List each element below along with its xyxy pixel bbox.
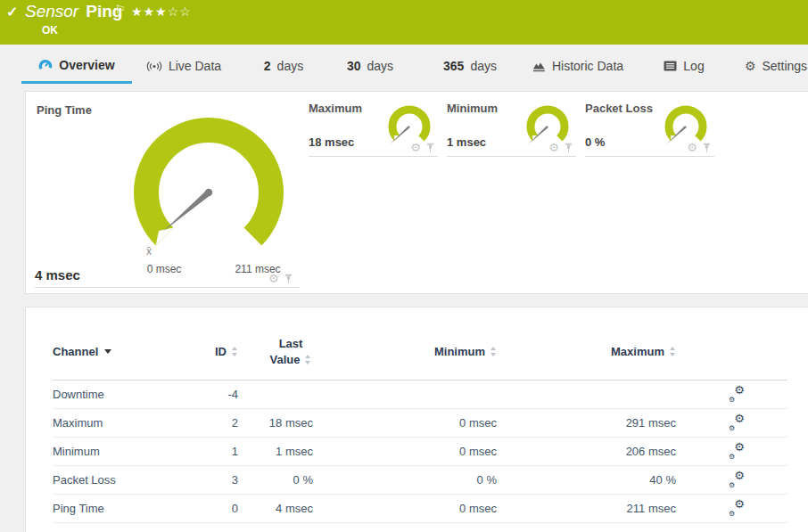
log-icon	[664, 61, 677, 71]
tab-log[interactable]: Log	[656, 48, 712, 84]
tab-2-days[interactable]: 2 days	[260, 48, 308, 84]
channel-row[interactable]: Ping Time 0 4 msec 0 msec 211 msec ⚙ ⚙	[53, 495, 787, 523]
column-header-id[interactable]: ID	[204, 331, 238, 381]
channel-maximum	[497, 381, 676, 409]
gear-icon: ⚙	[734, 412, 745, 425]
gear-icon: ⚙	[734, 469, 745, 482]
channel-name[interactable]: Maximum	[53, 409, 204, 438]
gear-icon: ⚙	[734, 383, 745, 397]
priority-stars[interactable]: ★★★☆☆	[131, 4, 192, 19]
channel-name[interactable]: Minimum	[53, 438, 204, 466]
area-chart-icon	[532, 61, 546, 72]
tab-historic-data[interactable]: Historic Data	[526, 48, 630, 84]
channel-row[interactable]: Maximum 2 18 msec 0 msec 291 msec ⚙ ⚙	[53, 409, 787, 438]
column-label: Last Value	[270, 337, 303, 366]
channel-minimum: 0 msec	[313, 438, 497, 466]
tab-overview[interactable]: Overview	[21, 48, 132, 84]
pin-icon[interactable]	[564, 143, 573, 153]
mini-gauge-tile[interactable]: Minimum 1 msec ⚙	[447, 101, 576, 157]
gear-icon: ⚙	[729, 396, 735, 404]
channel-name[interactable]: Packet Loss	[53, 466, 204, 495]
channel-settings-icon[interactable]: ⚙ ⚙	[729, 386, 745, 400]
tab-30-days[interactable]: 30 days	[342, 48, 398, 84]
channel-settings-icon[interactable]: ⚙ ⚙	[729, 443, 745, 457]
gear-icon: ⚙	[734, 440, 745, 454]
page-title: SensorPing	[25, 2, 122, 21]
channel-row[interactable]: Packet Loss 3 0 % 0 % 40 % ⚙ ⚙	[53, 466, 787, 495]
tab-label: days	[367, 59, 394, 73]
channel-minimum	[313, 381, 497, 409]
column-label: Channel	[53, 345, 98, 358]
tab-number: 365	[443, 59, 464, 73]
mini-gauge-title: Packet Loss	[585, 102, 653, 115]
tab-label: days	[470, 59, 497, 73]
column-header-last-value[interactable]: Last Value	[238, 331, 313, 381]
status-badge: OK	[42, 24, 58, 37]
tab-365-days[interactable]: 365 days	[439, 48, 501, 84]
column-header-minimum[interactable]: Minimum	[313, 331, 497, 381]
channel-table-panel: Channel ID Last Value Minimum Maximum Do…	[25, 307, 808, 532]
channel-settings-icon[interactable]: ⚙ ⚙	[729, 414, 745, 429]
gear-icon: ⚙	[729, 481, 735, 489]
sensor-header-bar: ✓ SensorPing ⚐ ★★★☆☆ OK	[0, 0, 808, 45]
gear-icon: ⚙	[729, 424, 735, 432]
mini-gauge-value: 18 msec	[309, 135, 354, 149]
pin-icon[interactable]	[425, 143, 435, 153]
channel-last-value: 18 msec	[238, 409, 313, 438]
mini-gauge-value: 0 %	[585, 135, 605, 149]
column-label: ID	[215, 345, 227, 358]
gauge-settings-icon[interactable]: ⚙	[410, 141, 421, 154]
sort-icon	[491, 347, 497, 356]
channel-name[interactable]: Downtime	[53, 381, 204, 409]
tab-label: Overview	[59, 58, 114, 72]
gauge-settings-icon[interactable]: ⚙	[548, 141, 559, 154]
channel-last-value: 0 %	[238, 466, 313, 495]
channel-id: -4	[204, 381, 238, 409]
gear-icon: ⚙	[729, 453, 735, 461]
flag-icon[interactable]: ⚐	[115, 3, 126, 16]
column-label: Maximum	[611, 345, 664, 358]
channel-settings-icon[interactable]: ⚙ ⚙	[729, 500, 745, 514]
channel-maximum: 40 %	[497, 466, 676, 495]
channel-name[interactable]: Ping Time	[53, 495, 204, 523]
tab-number: 2	[264, 59, 271, 73]
sensor-type-label: Sensor	[25, 2, 78, 20]
channel-last-value: 4 msec	[238, 495, 313, 523]
prtg-sensor-page: { "icons": { "check": "✓", "flag": "⚐", …	[0, 0, 808, 532]
tab-live-data[interactable]: Live Data	[134, 48, 234, 84]
sort-icon	[232, 347, 238, 356]
channel-id: 3	[204, 466, 238, 495]
tab-label: Settings	[762, 59, 807, 73]
channel-settings-icon[interactable]: ⚙ ⚙	[729, 471, 745, 486]
mini-gauge-actions: ⚙	[687, 141, 712, 154]
sort-icon	[305, 355, 311, 364]
mini-gauge-tiles: Maximum 18 msec ⚙ Minimum 1 msec ⚙	[26, 92, 808, 293]
channel-maximum: 206 msec	[497, 438, 676, 466]
gear-icon: ⚙	[745, 59, 756, 73]
channel-row[interactable]: Minimum 1 1 msec 0 msec 206 msec ⚙ ⚙	[53, 438, 787, 466]
mini-gauge-actions: ⚙	[410, 141, 435, 154]
mini-gauge-title: Maximum	[309, 102, 362, 115]
channel-maximum: 291 msec	[497, 409, 676, 438]
mini-gauge-tile[interactable]: Packet Loss 0 % ⚙	[585, 101, 714, 157]
channel-last-value: 1 msec	[238, 438, 313, 466]
sort-icon	[670, 347, 676, 356]
pin-icon[interactable]	[702, 143, 712, 153]
channel-row[interactable]: Downtime -4 ⚙ ⚙	[53, 381, 787, 409]
mini-gauge-tile[interactable]: Maximum 18 msec ⚙	[309, 101, 438, 157]
column-header-channel[interactable]: Channel	[53, 331, 204, 381]
mini-gauge-actions: ⚙	[548, 141, 573, 154]
channel-table: Channel ID Last Value Minimum Maximum Do…	[53, 331, 787, 523]
tab-label: days	[277, 59, 304, 73]
tab-settings[interactable]: ⚙ Settings	[742, 48, 808, 84]
column-header-settings	[676, 331, 787, 381]
gear-icon: ⚙	[734, 497, 745, 511]
column-label: Minimum	[434, 345, 485, 358]
mini-gauge-value: 1 msec	[447, 135, 486, 149]
gauge-settings-icon[interactable]: ⚙	[687, 141, 697, 154]
channel-maximum: 211 msec	[497, 495, 676, 523]
channel-id: 0	[204, 495, 238, 523]
column-header-maximum[interactable]: Maximum	[497, 331, 676, 381]
tab-label: Live Data	[169, 59, 221, 73]
channel-minimum: 0 %	[313, 466, 497, 495]
